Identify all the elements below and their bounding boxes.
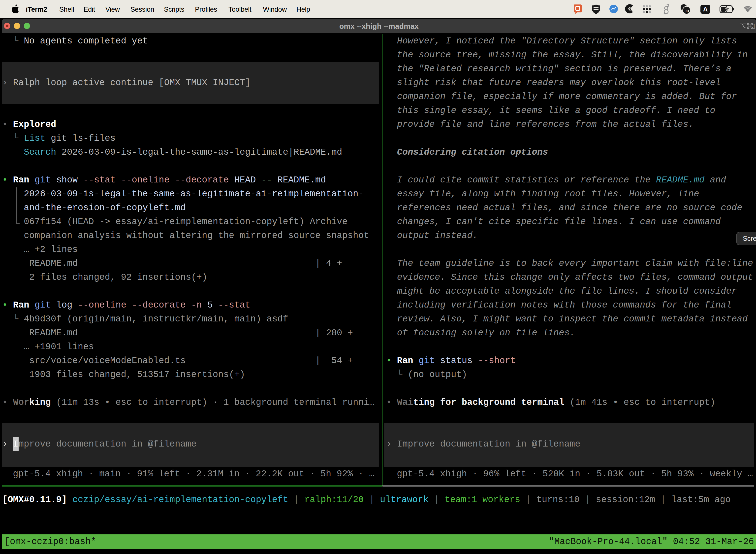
svg-text:1: 1	[753, 23, 755, 30]
svg-text:..61: ..61	[684, 9, 690, 13]
